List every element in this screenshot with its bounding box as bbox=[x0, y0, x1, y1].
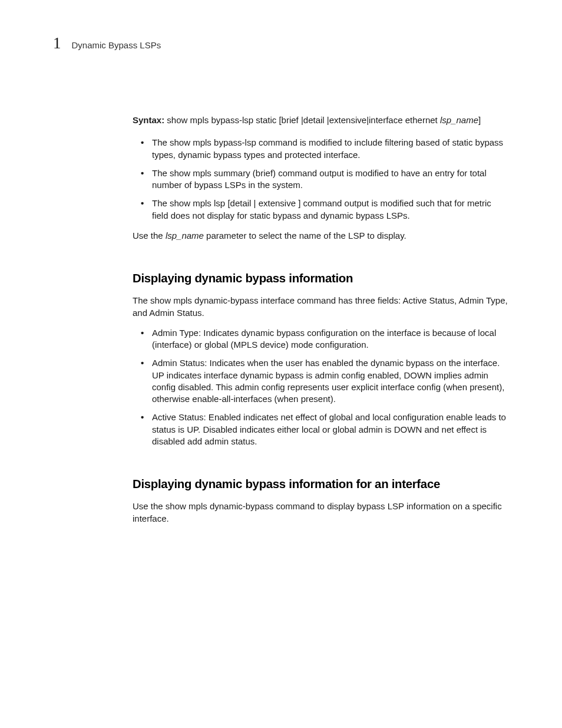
variable-name: lsp_name bbox=[166, 230, 204, 241]
list-item: The show mpls bypass-lsp command is modi… bbox=[133, 137, 509, 161]
list-item: Admin Type: Indicates dynamic bypass con… bbox=[133, 327, 509, 351]
syntax-variable: lsp_name bbox=[440, 115, 478, 125]
section2-intro: Use the show mpls dynamic-bypass command… bbox=[133, 500, 509, 525]
list-item: The show mpls lsp [detail | extensive ] … bbox=[133, 197, 509, 222]
list-item: The show mpls summary (brief) command ou… bbox=[133, 167, 509, 192]
top-bullet-list: The show mpls bypass-lsp command is modi… bbox=[133, 137, 509, 222]
list-item: Active Status: Enabled indicates net eff… bbox=[133, 411, 509, 447]
section-heading-display-dynamic-bypass-interface: Displaying dynamic bypass information fo… bbox=[133, 476, 498, 492]
text-after: parameter to select the name of the LSP … bbox=[204, 230, 406, 241]
page-header: 1 Dynamic Bypass LSPs bbox=[53, 34, 509, 52]
syntax-line: Syntax: show mpls bypass-lsp static [bri… bbox=[133, 114, 509, 126]
section1-intro: The show mpls dynamic-bypass interface c… bbox=[133, 295, 509, 319]
chapter-number: 1 bbox=[53, 34, 61, 52]
use-parameter-paragraph: Use the lsp_name parameter to select the… bbox=[133, 230, 509, 242]
section1-bullet-list: Admin Type: Indicates dynamic bypass con… bbox=[133, 327, 509, 447]
syntax-text-suffix: ] bbox=[478, 115, 481, 125]
text-before: Use the bbox=[133, 230, 166, 241]
syntax-label: Syntax: bbox=[133, 115, 164, 125]
header-title: Dynamic Bypass LSPs bbox=[72, 40, 161, 50]
section-heading-display-dynamic-bypass: Displaying dynamic bypass information bbox=[133, 270, 498, 286]
list-item: Admin Status: Indicates when the user ha… bbox=[133, 357, 509, 405]
syntax-text-prefix: show mpls bypass-lsp static [brief |deta… bbox=[167, 115, 440, 125]
page-content: Syntax: show mpls bypass-lsp static [bri… bbox=[133, 114, 509, 533]
